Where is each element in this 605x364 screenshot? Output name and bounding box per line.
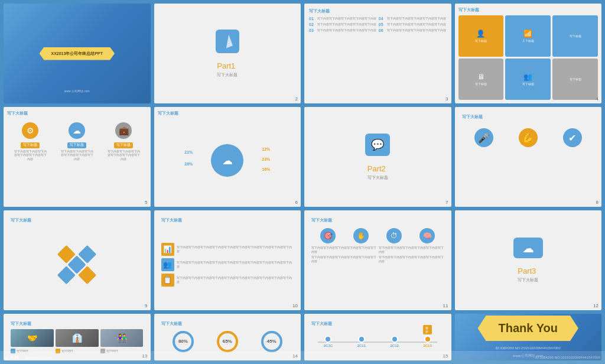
list-item: 01 写下内容写下内容写下内容写下内容写下内容	[309, 17, 377, 21]
cell-label: 写下标题	[570, 34, 581, 38]
ring-80: 80%	[173, 331, 194, 352]
ring-45: 45%	[261, 331, 282, 352]
desc-2: 写下内容写下内容写下内容写下内容写下内容写下内容	[379, 246, 444, 254]
pct-item-65: 65%	[217, 331, 238, 352]
slide9-title: 写下大标题	[11, 217, 144, 223]
timeline: 2C1C 2C11 2C12 最新 2C13	[311, 329, 444, 353]
pct-val-45: 45%	[267, 339, 277, 344]
item-num: 02	[309, 22, 316, 27]
slide-number: 5	[145, 200, 147, 205]
part-num2: 2	[382, 164, 386, 173]
mic-icon: 🎤	[474, 128, 493, 147]
desc-1: 写下内容写下内容写下内容写下内容写下内容写下内容	[311, 246, 377, 254]
monitor-icon: 🖥	[477, 73, 484, 81]
slide-number: 9	[145, 303, 147, 308]
tl-dot-3	[391, 336, 398, 343]
diamond-area	[11, 226, 144, 303]
btn-3: 写下标题	[114, 142, 133, 148]
cloud-icon-big: ☁	[222, 154, 233, 167]
slide2-part: Part	[217, 61, 231, 70]
slide-5: 写下大标题 ⚙ ☁ 💼 写下标题 写下内容写下内容写下内容写下内容写下内容写下内…	[4, 107, 151, 207]
slide12-partlabel: Part3	[518, 263, 538, 276]
slide2-icon	[216, 30, 239, 53]
slide-2: Part1 写下大标题 2	[154, 4, 301, 103]
slide3-content: 01 写下内容写下内容写下内容写下内容写下内容 04 写下内容写下内容写下内容写…	[309, 17, 447, 32]
thankyou-id: ID:3364299 NO:20151020094441547000	[496, 346, 561, 350]
slide12-sub: 写下大标题	[518, 277, 538, 283]
pct-val-80: 80%	[178, 339, 188, 344]
gear-icon: ⚙	[22, 122, 38, 139]
head-icon: 👤	[476, 30, 485, 38]
item-num: 04	[379, 17, 386, 21]
tl-year-1: 2C1C	[324, 344, 333, 347]
pct-23: 23%	[262, 157, 270, 161]
slides-grid: XX2013年公司年终总结PPT www.公司网址.com 1 Part1 写下…	[0, 0, 605, 364]
briefcase-icon: 💼	[115, 122, 132, 139]
tl-year-2: 2C11	[357, 344, 366, 347]
row1-text: 写下内容写下内容写下内容写下内容写下内容写下内容写下内容写下内容写下内容写下内容	[177, 245, 294, 253]
item-text: 写下内容写下内容写下内容写下内容写下内容	[317, 28, 376, 32]
slide5-title: 写下大标题	[7, 110, 147, 116]
slide-12: ☁ Part3 写下大标题 12	[455, 210, 602, 310]
cell-6: 👥 写下标题	[505, 58, 551, 100]
slide8-inner: 写下大标题 🎤 💪 ✔	[458, 110, 599, 155]
slide7-sub: 写下大标题	[367, 175, 388, 181]
slide11-inner: 写下大标题 🎯 ✋ ⏱ 🧠 写下内容写下内容写下内容写下内容写下内容写下内容 写…	[308, 214, 448, 307]
slide-number: 4	[596, 96, 599, 102]
cell-right: 写下标题 写下标题	[552, 15, 598, 100]
slide1-subtitle: www.公司网址.com	[64, 89, 90, 93]
slide7-partlabel: Part2	[367, 161, 388, 174]
cloud-icon: ☁	[69, 122, 85, 139]
slide14-title: 写下大标题	[161, 321, 294, 327]
people-img: 🤝	[27, 333, 37, 343]
slide2-text: Part1 写下大标题	[217, 58, 238, 78]
desc-3: 写下内容写下内容写下内容写下内容写下内容写下内容	[311, 255, 377, 263]
thankyou-banner: Thank You	[478, 316, 578, 341]
diamond-grid	[47, 235, 107, 295]
cell-label: 写下标题	[475, 82, 487, 86]
desc-text-2: 写下内容写下内容写下内容写下内容写下内容写下内容	[61, 150, 93, 161]
slide-number: 7	[445, 200, 448, 205]
pct-item-80: 80%	[173, 331, 194, 352]
photo-2: 👔	[56, 329, 99, 347]
row3-text: 写下内容写下内容写下内容写下内容写下内容写下内容写下内容写下内容写下内容写下内容	[177, 276, 294, 284]
tl-item-3: 2C12	[391, 336, 399, 347]
tl-dot-4	[424, 336, 431, 343]
bottom-id: ID:3364299 NO:20151020094441547000	[535, 356, 600, 359]
list-item: 02 写下内容写下内容写下内容写下内容写下内容	[309, 22, 377, 27]
slide14-pcts: 80% 65% 45%	[161, 329, 294, 353]
tl-callout: 最新	[423, 325, 431, 334]
desc-col-2: 写下标题 写下内容写下内容写下内容写下内容写下内容写下内容	[61, 142, 93, 161]
slide13-photos: 🤝 👔 👫	[11, 329, 144, 347]
slide4-grid: 👤 写下标题 📶 工下标题 写下标题 写下标题 🖥 写下标题 👥	[458, 15, 599, 100]
slide8-title: 写下大标题	[462, 114, 595, 120]
arm-icon: 💪	[519, 128, 538, 147]
nipic-url: www.nipic.com	[25, 356, 52, 360]
wifi-icon: 📶	[523, 30, 532, 38]
slide-8: 写下大标题 🎤 💪 ✔ 8	[455, 107, 602, 207]
row-2: 👥 写下内容写下内容写下内容写下内容写下内容写下内容写下内容写下内容写下内容写下…	[161, 258, 294, 271]
slide-number: 12	[593, 303, 599, 308]
slide2-partlabel: Part1	[217, 58, 238, 71]
list-item: 03 写下内容写下内容写下内容写下内容写下内容	[309, 28, 377, 32]
desc-col-1: 写下标题 写下内容写下内容写下内容写下内容写下内容写下内容	[14, 142, 47, 161]
desc-col-3: 写下标题 写下内容写下内容写下内容写下内容写下内容写下内容	[108, 142, 140, 161]
desc-4: 写下内容写下内容写下内容写下内容写下内容写下内容	[379, 255, 444, 263]
hand-icon: ✋	[353, 228, 369, 243]
slide10-inner: 写下大标题 📊 写下内容写下内容写下内容写下内容写下内容写下内容写下内容写下内容…	[158, 214, 298, 307]
item-text: 写下内容写下内容写下内容写下内容写下内容	[387, 22, 446, 27]
slide-number: 1	[145, 96, 147, 102]
slide8-icons: 🎤 💪 ✔	[462, 124, 595, 152]
slide11-desc: 写下内容写下内容写下内容写下内容写下内容写下内容 写下内容写下内容写下内容写下内…	[311, 246, 444, 263]
check-icon: ✔	[563, 128, 582, 147]
slide-number: 8	[596, 200, 599, 205]
cell-label: 写下标题	[570, 77, 581, 81]
slide2-partnum: 1	[231, 61, 235, 70]
logo: 昵享网	[5, 355, 19, 361]
slide5-desc: 写下标题 写下内容写下内容写下内容写下内容写下内容写下内容 写下标题 写下内容写…	[7, 142, 147, 161]
list-item: 06 写下内容写下内容写下内容写下内容写下内容	[379, 28, 447, 32]
list-item: 04 写下内容写下内容写下内容写下内容写下内容	[379, 17, 447, 21]
tl-year-3: 2C12	[391, 344, 399, 347]
slide-7: 💬 Part2 写下大标题 7	[304, 107, 451, 207]
cell-5: 🖥 写下标题	[458, 58, 504, 100]
